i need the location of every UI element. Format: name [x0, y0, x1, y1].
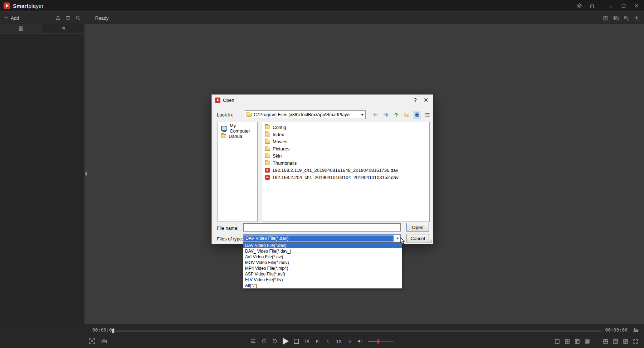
type-option[interactable]: MOV Video File(*.mov) [243, 260, 402, 265]
smartplayer-window: Smartplayer Add [0, 0, 644, 348]
screen-9-button[interactable] [575, 339, 580, 344]
current-folder-icon [247, 113, 252, 117]
file-list-item[interactable]: 192.168.2.204_ch1_20190410103104_2019041… [262, 174, 429, 181]
look-in-label: Look in: [217, 112, 233, 118]
playback-bar: 00:00:00 00:00:00 [0, 324, 644, 348]
file-list-item[interactable]: Config [262, 124, 429, 131]
open-button[interactable]: Open [406, 223, 429, 232]
dialog-logo-icon [215, 98, 220, 103]
add-file-label: Add [11, 15, 19, 21]
download-button[interactable] [634, 15, 640, 21]
file-list-item[interactable]: Movies [262, 138, 429, 145]
digital-zoom-button[interactable] [623, 15, 629, 21]
search-button[interactable] [75, 15, 81, 21]
screen-4-button[interactable] [565, 339, 570, 344]
export-button[interactable] [55, 15, 61, 21]
files-of-type-dropdown-arrow-icon[interactable] [394, 238, 400, 239]
type-option-label: DAV_ Video File(*.dav_) [245, 249, 291, 254]
look-in-dropdown-arrow-icon[interactable] [361, 114, 364, 116]
up-directory-button[interactable] [392, 111, 400, 119]
screen-16-button[interactable] [585, 339, 590, 344]
custom-split-button[interactable] [603, 339, 608, 344]
next-frame-button[interactable] [315, 338, 321, 344]
list-view-mode-button[interactable] [413, 111, 421, 119]
panel-collapse-icon[interactable] [85, 171, 87, 177]
batch-snapshot-button[interactable] [613, 15, 619, 21]
type-option[interactable]: AVI Video File(*.avi) [243, 254, 402, 260]
type-option[interactable]: DAV_ Video File(*.dav_) [243, 248, 402, 254]
type-option[interactable]: ASF Video File(*.asf) [243, 271, 402, 277]
new-folder-button[interactable] [402, 111, 411, 119]
play-button[interactable] [283, 338, 289, 345]
prev-frame-button[interactable] [304, 338, 310, 344]
dialog-titlebar[interactable]: Open ? [212, 95, 433, 105]
mouse-cursor [400, 237, 407, 245]
file-type-icon [265, 175, 270, 180]
file-list-item[interactable]: Pictures [262, 145, 429, 152]
type-option[interactable]: DAV Video File(*.dav) [243, 243, 402, 248]
speed-value: 1X [335, 339, 343, 344]
place-icon [221, 126, 227, 131]
dialog-close-button[interactable] [424, 98, 428, 102]
export-icon [55, 15, 61, 21]
look-in-combobox[interactable]: C:\Program Files (x86)\ToolBox\App\Smart… [245, 110, 366, 119]
undo-button[interactable] [272, 338, 278, 344]
file-list-item[interactable]: 192.168.2.119_ch1_20190408161648_2019040… [262, 166, 429, 174]
ivs-button[interactable] [89, 338, 95, 344]
cancel-button[interactable]: Cancel [406, 234, 429, 243]
type-option[interactable]: MP4 Video File(*.mp4) [243, 265, 402, 271]
back-button[interactable] [371, 111, 380, 119]
volume-handle[interactable] [377, 339, 379, 344]
file-name-text: Thumbnails [273, 160, 297, 166]
places-item[interactable]: My Computer [218, 124, 257, 132]
type-option[interactable]: All(*.*) [243, 283, 402, 288]
file-list-item[interactable]: Thumbnails [262, 159, 429, 166]
maximize-button[interactable] [620, 2, 628, 10]
list-view-mode-icon [414, 112, 420, 118]
close-button[interactable] [633, 2, 640, 10]
volume-slider[interactable] [368, 341, 394, 342]
timeline-track[interactable] [112, 330, 602, 332]
app-title: Smartplayer [13, 3, 44, 9]
delete-button[interactable] [65, 15, 71, 21]
files-of-type-combobox[interactable]: DAV Video File(*.dav) [243, 234, 401, 243]
volume-button[interactable] [357, 338, 363, 344]
add-file-button[interactable]: Add [4, 15, 19, 21]
file-name-input[interactable] [243, 223, 401, 232]
headset-icon [589, 3, 595, 9]
resize-grip[interactable] [428, 239, 432, 243]
stretch-button[interactable] [623, 339, 628, 344]
play-icon [283, 338, 289, 345]
type-option[interactable]: FLV Video File(*.flv) [243, 277, 402, 283]
speed-up-button[interactable] [348, 339, 352, 344]
play-list-button[interactable] [250, 338, 256, 344]
forward-button[interactable] [382, 111, 390, 119]
toolbox-button[interactable] [101, 338, 107, 344]
screen-4-icon [565, 339, 570, 344]
repeat-button[interactable] [261, 338, 267, 344]
dialog-help-button[interactable]: ? [414, 97, 417, 103]
original-size-button[interactable] [613, 339, 618, 344]
feedback-button[interactable] [588, 2, 596, 10]
minimize-button[interactable] [607, 2, 615, 10]
stop-button[interactable] [294, 339, 299, 344]
fullscreen-button[interactable] [633, 339, 638, 344]
stop-icon [294, 339, 299, 344]
screen-1-button[interactable] [555, 339, 560, 344]
forward-icon [383, 112, 389, 118]
timeline-settings-button[interactable] [633, 327, 639, 333]
timeline-handle[interactable] [112, 329, 114, 333]
speed-down-button[interactable] [326, 339, 330, 344]
prev-frame-icon [304, 338, 310, 344]
app-title-light: player [29, 3, 44, 9]
file-list-item[interactable]: Index [262, 131, 429, 138]
tab-grid-view[interactable] [0, 24, 42, 33]
tab-list-view[interactable] [42, 24, 84, 33]
settings-button[interactable] [575, 2, 583, 10]
snapshot-button[interactable] [602, 15, 609, 21]
type-option-label: FLV Video File(*.flv) [245, 277, 283, 282]
file-list-item[interactable]: Skin [262, 152, 429, 159]
type-option-label: DAV Video File(*.dav) [245, 243, 287, 248]
places-sidebar: My Computer Dahua [218, 122, 258, 222]
detail-view-mode-button[interactable] [423, 111, 431, 119]
